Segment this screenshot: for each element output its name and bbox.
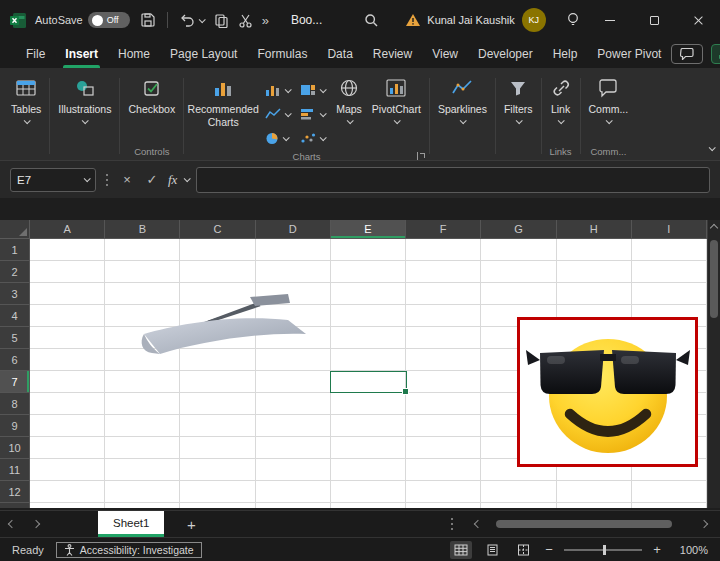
row-header-8[interactable]: 8 [0,393,30,415]
cell-G1[interactable] [481,239,556,261]
cell-I[interactable] [632,503,707,508]
cell-G12[interactable] [481,481,556,503]
cell-A10[interactable] [30,437,105,459]
tab-formulas[interactable]: Formulas [247,40,317,68]
sparklines-button[interactable]: Sparklines [433,70,492,124]
zoom-level[interactable]: 100% [672,544,708,556]
cell-B10[interactable] [105,437,180,459]
row-header-5[interactable]: 5 [0,327,30,349]
pie-chart-button[interactable] [265,126,290,150]
cell-H3[interactable] [557,283,632,305]
cell-C1[interactable] [180,239,255,261]
cell-I12[interactable] [632,481,707,503]
column-header-B[interactable]: B [105,220,180,239]
save-button[interactable] [136,8,160,32]
cell-A7[interactable] [30,371,105,393]
cell-F10[interactable] [406,437,481,459]
cell-H12[interactable] [557,481,632,503]
cell-F1[interactable] [406,239,481,261]
column-header-A[interactable]: A [30,220,105,239]
row-header-6[interactable]: 6 [0,349,30,371]
sheet-nav-right-icon[interactable] [24,511,48,537]
cell-C12[interactable] [180,481,255,503]
illustrations-button[interactable]: Illustrations [53,70,116,124]
row-header-4[interactable]: 4 [0,305,30,327]
tab-view[interactable]: View [422,40,468,68]
cell-I1[interactable] [632,239,707,261]
horizontal-scrollbar[interactable] [462,511,720,537]
bar-chart-button[interactable] [300,102,325,126]
cell-C2[interactable] [180,261,255,283]
cell-D2[interactable] [256,261,331,283]
pivotchart-button[interactable]: PivotChart [367,70,426,124]
autosave-toggle[interactable]: AutoSave Off [35,12,130,28]
3d-model-object[interactable] [138,290,313,365]
cell-E11[interactable] [331,459,406,481]
zoom-slider-thumb[interactable] [603,545,606,555]
cell-D1[interactable] [256,239,331,261]
scatter-chart-button[interactable] [300,126,325,150]
tab-developer[interactable]: Developer [468,40,543,68]
minimize-button[interactable] [588,0,632,40]
tab-help[interactable]: Help [543,40,588,68]
row-header-1[interactable]: 1 [0,239,30,261]
tables-button[interactable]: Tables [6,70,46,124]
cell-B[interactable] [105,503,180,508]
column-header-I[interactable]: I [632,220,707,239]
cell-C[interactable] [180,503,255,508]
cell-F9[interactable] [406,415,481,437]
cell-C11[interactable] [180,459,255,481]
cell-H1[interactable] [557,239,632,261]
horizontal-scroll-thumb[interactable] [496,520,672,528]
select-all-corner[interactable] [0,220,30,239]
row-header-10[interactable]: 10 [0,437,30,459]
cell-F2[interactable] [406,261,481,283]
cell-C8[interactable] [180,393,255,415]
cell-E1[interactable] [331,239,406,261]
row-header-12[interactable]: 12 [0,481,30,503]
page-layout-view-button[interactable] [481,541,503,559]
autosave-switch[interactable]: Off [88,12,130,28]
tab-page-layout[interactable]: Page Layout [160,40,247,68]
row-header-3[interactable]: 3 [0,283,30,305]
name-box[interactable]: E7 [10,168,96,192]
zoom-in-button[interactable]: + [651,542,663,557]
cell-G3[interactable] [481,283,556,305]
cell-A4[interactable] [30,305,105,327]
cell-A8[interactable] [30,393,105,415]
cell-F8[interactable] [406,393,481,415]
cancel-button[interactable]: × [118,172,136,187]
cell-B11[interactable] [105,459,180,481]
sunglasses-emoji-picture[interactable] [517,317,698,467]
line-chart-button[interactable] [265,102,290,126]
add-sheet-button[interactable]: + [176,511,206,537]
column-header-H[interactable]: H [557,220,632,239]
search-icon[interactable] [364,6,379,34]
chevron-down-icon[interactable] [198,16,205,23]
horizontal-scroll-track[interactable] [494,514,688,534]
more-commands-button[interactable]: » [262,13,269,28]
tab-review[interactable]: Review [363,40,422,68]
cell-E2[interactable] [331,261,406,283]
scroll-left-icon[interactable] [466,521,490,527]
cell-E6[interactable] [331,349,406,371]
cell-I2[interactable] [632,261,707,283]
sheet-tab-sheet1[interactable]: Sheet1 [98,511,164,537]
cell-F6[interactable] [406,349,481,371]
comment-button[interactable]: Comm... [584,70,634,124]
link-button[interactable]: Link [545,70,577,124]
cell-E4[interactable] [331,305,406,327]
copy-button[interactable] [210,8,234,32]
column-header-E[interactable]: E [331,220,406,239]
zoom-out-button[interactable]: − [543,542,555,557]
cell-G2[interactable] [481,261,556,283]
vertical-scroll-thumb[interactable] [710,240,718,318]
cell-D9[interactable] [256,415,331,437]
cell-C7[interactable] [180,371,255,393]
cell-A11[interactable] [30,459,105,481]
row-header-2[interactable]: 2 [0,261,30,283]
column-header-D[interactable]: D [256,220,331,239]
cell-A6[interactable] [30,349,105,371]
row-header-11[interactable]: 11 [0,459,30,481]
hierarchy-chart-button[interactable] [300,78,325,102]
